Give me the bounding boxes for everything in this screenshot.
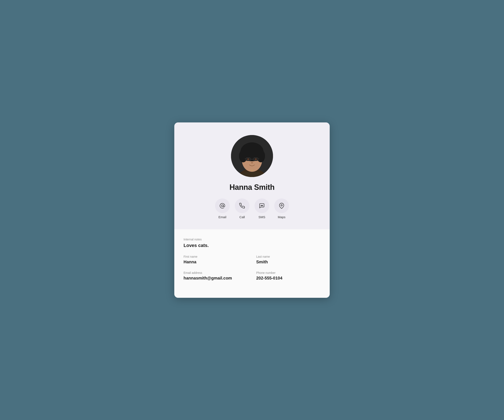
svg-point-22	[281, 204, 282, 206]
last-name-group: Last name Smith	[256, 255, 320, 264]
email-group: Email address hannasmith@gmail.com	[184, 271, 248, 281]
internal-notes-label: Internal notes	[184, 238, 320, 241]
name-fields-row: First name Hanna Last name Smith	[184, 255, 320, 264]
email-address-label: Email address	[184, 271, 248, 275]
call-icon	[235, 198, 250, 213]
last-name-label: Last name	[256, 255, 320, 258]
phone-group: Phone number 202-555-0104	[256, 271, 320, 281]
internal-notes-value: Loves cats.	[184, 243, 320, 248]
email-icon	[215, 198, 230, 213]
call-label: Call	[240, 215, 245, 219]
contact-name: Hanna Smith	[229, 183, 275, 192]
sms-label: SMS	[258, 215, 265, 219]
maps-button[interactable]: Maps	[274, 198, 289, 219]
phone-number-value: 202-555-0104	[256, 276, 320, 281]
internal-notes-group: Internal notes Loves cats.	[184, 238, 320, 248]
sms-icon	[254, 198, 269, 213]
first-name-value: Hanna	[184, 260, 248, 264]
email-button[interactable]: Email	[215, 198, 230, 219]
maps-icon	[274, 198, 289, 213]
last-name-value: Smith	[256, 260, 320, 264]
svg-point-19	[261, 205, 261, 206]
card-body: Internal notes Loves cats. First name Ha…	[174, 229, 330, 298]
call-button[interactable]: Call	[235, 198, 250, 219]
email-address-value: hannasmith@gmail.com	[184, 276, 248, 281]
first-name-group: First name Hanna	[184, 255, 248, 264]
avatar	[231, 135, 273, 177]
svg-point-16	[251, 162, 253, 163]
svg-point-8	[243, 144, 261, 155]
contact-fields-row: Email address hannasmith@gmail.com Phone…	[184, 271, 320, 281]
svg-point-17	[251, 170, 253, 171]
svg-point-21	[262, 205, 263, 206]
svg-point-18	[221, 205, 223, 207]
email-label: Email	[218, 215, 226, 219]
svg-point-15	[254, 158, 257, 160]
phone-number-label: Phone number	[256, 271, 320, 275]
first-name-label: First name	[184, 255, 248, 258]
contact-card: Hanna Smith Email Call	[174, 122, 330, 298]
sms-button[interactable]: SMS	[254, 198, 269, 219]
svg-point-20	[262, 205, 262, 206]
card-header: Hanna Smith Email Call	[174, 122, 330, 229]
maps-label: Maps	[278, 215, 286, 219]
svg-point-14	[247, 158, 250, 160]
action-buttons: Email Call	[215, 198, 289, 219]
